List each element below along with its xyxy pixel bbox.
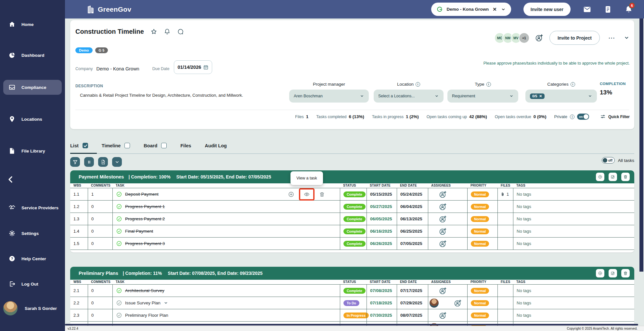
table-row[interactable]: 1.2 0 Progress Payment 1 Complete 05/27/… [70, 201, 634, 213]
tab-timeline[interactable]: Timeline [102, 143, 130, 148]
chevron-down-icon[interactable] [501, 7, 506, 12]
table-row[interactable]: 2.2 0 Issue Survey Plan To Do 07/18/2025… [70, 297, 634, 309]
sidebar-collapse-icon[interactable] [6, 175, 16, 184]
expand-subtasks-icon[interactable] [163, 300, 168, 305]
project-manager-select[interactable]: Aren Boschman [289, 90, 369, 103]
status-badge[interactable]: Complete [343, 288, 366, 294]
end-date-cell[interactable]: 07/05/2025 [397, 238, 428, 250]
files-cell[interactable] [497, 309, 513, 321]
mail-icon[interactable] [583, 5, 591, 14]
task-name[interactable]: Deposit Payment [125, 192, 159, 197]
tab-audit-log[interactable]: Audit Log [205, 143, 227, 148]
sidebar-item-file-library[interactable]: File Library [0, 143, 65, 158]
task-check-icon[interactable] [116, 312, 122, 318]
horizontal-scrollbar[interactable] [65, 324, 638, 325]
favorite-star-icon[interactable] [150, 28, 157, 35]
info-icon[interactable]: i [571, 82, 575, 87]
notifications-bell[interactable]: 6 [625, 5, 633, 14]
tab-files[interactable]: Files [180, 143, 191, 148]
info-icon[interactable]: i [570, 115, 574, 119]
files-cell[interactable] [497, 297, 513, 309]
phase-header[interactable]: Payment Milestones | Completion: 100% St… [70, 170, 634, 183]
add-task-button[interactable] [596, 173, 604, 181]
add-task-button[interactable] [596, 269, 604, 277]
export-file-button[interactable] [98, 157, 108, 167]
files-cell[interactable] [497, 238, 513, 250]
end-date-cell[interactable]: 07/17/2025 [397, 285, 428, 297]
member-avatars[interactable]: MC NM MV +1 [494, 32, 530, 43]
task-name[interactable]: Preliminary Floor Plan [125, 313, 168, 318]
all-tasks-toggle[interactable]: off [602, 157, 615, 164]
tags-cell[interactable]: No tags [513, 285, 634, 297]
sidebar-item-compliance[interactable]: Compliance [3, 80, 62, 95]
notes-icon[interactable] [604, 5, 612, 14]
assignee-avatar[interactable] [430, 299, 439, 308]
start-date-cell[interactable]: 06/26/2025 [367, 238, 397, 250]
sidebar-item-service-providers[interactable]: Service Providers [0, 200, 65, 215]
type-select[interactable]: Requirement [447, 90, 518, 103]
collapse-header-icon[interactable] [624, 35, 630, 41]
status-badge[interactable]: Complete [343, 228, 366, 234]
priority-badge[interactable]: Normal [471, 228, 489, 234]
tags-cell[interactable]: No tags [513, 297, 634, 309]
task-name[interactable]: Issue Survey Plan [125, 300, 161, 305]
app-logo[interactable]: GreenGov [86, 5, 131, 14]
invite-new-user-button[interactable]: Invite new user [523, 3, 571, 16]
start-date-cell[interactable]: 06/16/2025 [367, 225, 397, 237]
task-check-icon[interactable] [116, 228, 122, 234]
sidebar-item-dashboard[interactable]: Dashboard [0, 48, 65, 63]
remove-categories-icon[interactable]: ✕ [539, 94, 542, 98]
sidebar-item-help-center[interactable]: Help Center [0, 251, 65, 266]
task-check-icon[interactable] [116, 203, 122, 210]
files-cell[interactable] [497, 201, 513, 213]
table-row[interactable]: 1.5 0 Progress Payment 3 Complete 06/26/… [70, 238, 634, 250]
tags-cell[interactable]: No tags [513, 309, 634, 321]
notifications-icon[interactable] [164, 28, 171, 35]
table-row[interactable]: 2.3 0 Preliminary Floor Plan In Progress… [70, 309, 634, 322]
tab-list[interactable]: List [70, 143, 88, 148]
delete-phase-button[interactable] [621, 173, 630, 181]
phase-header[interactable]: Preliminary Plans | Completion: 11% Star… [70, 267, 634, 280]
start-date-cell[interactable]: 07/08/2025 [367, 285, 397, 297]
status-badge[interactable]: Complete [343, 204, 366, 210]
tags-cell[interactable]: No tags [513, 213, 634, 225]
add-assignee-icon[interactable] [439, 287, 447, 295]
filter-button[interactable] [70, 157, 80, 167]
add-assignee-icon[interactable] [439, 239, 447, 248]
vertical-scrollbar-track[interactable] [639, 18, 644, 326]
priority-badge[interactable]: Normal [471, 313, 489, 318]
end-date-cell[interactable]: 05/24/2025 [397, 188, 428, 200]
table-row[interactable]: 1.1 1 Deposit Payment Complete 05/15/202… [70, 188, 634, 201]
add-assignee-icon[interactable] [454, 299, 462, 307]
priority-badge[interactable]: Normal [471, 216, 489, 222]
end-date-cell[interactable]: 06/04/2025 [397, 201, 428, 213]
status-badge[interactable]: In Progress [343, 313, 369, 318]
tab-board[interactable]: Board [144, 143, 167, 148]
add-assignee-icon[interactable] [439, 227, 447, 236]
start-date-cell[interactable]: 07/18/2025 [367, 297, 397, 309]
table-row[interactable]: 2.1 0 Architectural Survey Complete 07/0… [70, 285, 634, 297]
view-task-eye-icon[interactable] [303, 191, 310, 198]
task-name[interactable]: Architectural Survey [125, 288, 164, 293]
task-check-icon[interactable] [116, 300, 122, 306]
board-checkbox[interactable] [161, 143, 167, 148]
status-badge[interactable]: To Do [343, 300, 359, 306]
timeline-checkbox[interactable] [124, 143, 130, 148]
vertical-scrollbar-thumb[interactable] [639, 18, 643, 272]
location-select[interactable]: Select a Locations... [374, 90, 444, 103]
end-date-cell[interactable]: 07/29/2025 [397, 297, 428, 309]
end-date-cell[interactable]: 08/07/2025 [397, 309, 428, 321]
add-assignee-icon[interactable] [439, 215, 447, 223]
add-assignee-icon[interactable] [439, 190, 447, 199]
comments-icon[interactable] [177, 28, 184, 35]
start-date-cell[interactable]: 06/05/2025 [367, 213, 397, 225]
files-cell[interactable] [497, 213, 513, 225]
delete-task-icon[interactable] [319, 191, 325, 197]
categories-chip[interactable]: 0/5 ✕ [530, 93, 545, 99]
task-check-icon[interactable] [116, 216, 122, 222]
add-member-icon[interactable] [535, 33, 544, 42]
table-row[interactable]: 1.4 0 Final Payment Complete 06/16/2025 … [70, 225, 634, 238]
task-name[interactable]: Progress Payment 1 [125, 204, 165, 209]
start-date-cell[interactable]: 05/15/2025 [367, 188, 397, 200]
tags-cell[interactable]: No tags [513, 225, 634, 237]
